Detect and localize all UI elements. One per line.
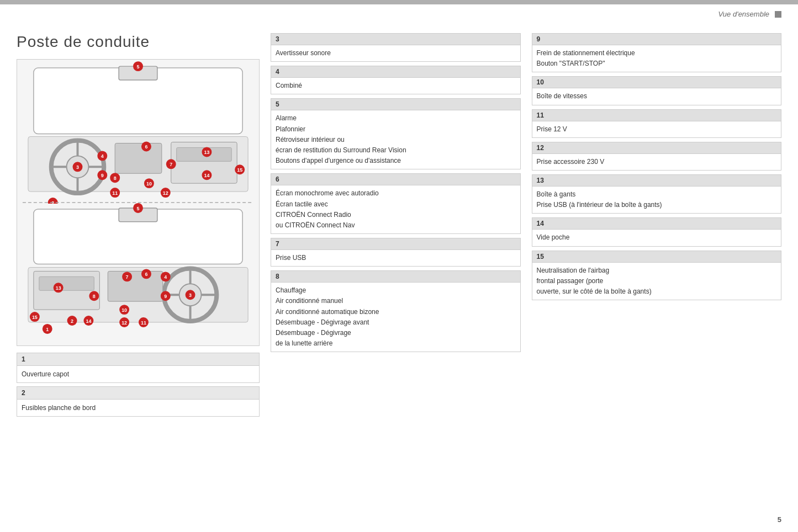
item-14-header: 14 — [532, 218, 781, 230]
svg-text:4: 4 — [164, 274, 167, 280]
svg-text:13: 13 — [204, 150, 209, 155]
item-12-content: Prise accessoire 230 V — [532, 154, 781, 170]
item-3-header: 3 — [271, 34, 520, 45]
item-11-box: 11 Prise 12 V — [532, 109, 782, 138]
svg-text:6: 6 — [145, 272, 147, 277]
page-title: Poste de conduite — [17, 33, 260, 51]
item-5-header: 5 — [271, 99, 520, 110]
svg-rect-9 — [115, 143, 162, 173]
item-2-header: 2 — [17, 387, 259, 400]
item-10-header: 10 — [532, 77, 781, 88]
item-5-box: 5 Alarme Plafonnier Rétroviseur intérieu… — [271, 98, 521, 169]
middle-column: 3 Avertisseur sonore 4 Combiné 5 Alarme … — [271, 33, 521, 521]
item-13-header: 13 — [532, 175, 781, 187]
item-13-box: 13 Boîte à gants Prise USB (à l'intérieu… — [532, 174, 782, 214]
item-2-box: 2 Fusibles planche de bord — [17, 386, 260, 417]
svg-text:3: 3 — [189, 292, 192, 298]
item-6-box: 6 Écran monochrome avec autoradio Écran … — [271, 173, 521, 234]
item-15-content: Neutralisation de l'airbag frontal passa… — [532, 263, 781, 300]
item-12-header: 12 — [532, 142, 781, 154]
svg-text:9: 9 — [101, 173, 104, 178]
item-3-content: Avertisseur sonore — [271, 45, 520, 61]
right-column: 9 Frein de stationnement électrique Bout… — [532, 33, 782, 521]
left-column: Poste de conduite — [17, 33, 260, 521]
header-square-icon — [775, 11, 781, 18]
item-5-content: Alarme Plafonnier Rétroviseur intérieur … — [271, 110, 520, 169]
page-number: 5 — [778, 515, 781, 524]
svg-text:4: 4 — [101, 153, 104, 159]
item-14-content: Vide poche — [532, 230, 781, 246]
svg-text:8: 8 — [114, 175, 117, 181]
item-9-box: 9 Frein de stationnement électrique Bout… — [532, 33, 782, 72]
top-bar — [0, 0, 798, 4]
svg-text:5: 5 — [137, 64, 140, 70]
item-4-box: 4 Combiné — [271, 66, 521, 94]
svg-text:8: 8 — [93, 294, 96, 299]
item-1-header: 1 — [17, 353, 259, 366]
svg-text:2: 2 — [71, 318, 73, 324]
item-15-header: 15 — [532, 251, 781, 263]
item-8-header: 8 — [271, 271, 520, 283]
svg-text:15: 15 — [32, 315, 38, 320]
item-13-content: Boîte à gants Prise USB (à l'intérieur d… — [532, 187, 781, 213]
svg-text:7: 7 — [170, 162, 172, 167]
svg-text:15: 15 — [237, 167, 242, 173]
item-11-content: Prise 12 V — [532, 121, 781, 137]
item-7-header: 7 — [271, 238, 520, 250]
item-7-content: Prise USB — [271, 250, 520, 266]
item-9-content: Frein de stationnement électrique Bouton… — [532, 45, 781, 72]
item-15-box: 15 Neutralisation de l'airbag frontal pa… — [532, 251, 782, 301]
item-2-content: Fusibles planche de bord — [17, 400, 259, 416]
svg-text:12: 12 — [163, 190, 168, 196]
item-11-header: 11 — [532, 110, 781, 121]
item-9-header: 9 — [532, 34, 781, 45]
svg-text:12: 12 — [121, 320, 127, 326]
svg-text:9: 9 — [164, 294, 167, 299]
item-8-content: Chauffage Air conditionné manuel Air con… — [271, 283, 520, 352]
item-6-content: Écran monochrome avec autoradio Écran ta… — [271, 185, 520, 233]
svg-rect-55 — [39, 276, 94, 290]
item-3-box: 3 Avertisseur sonore — [271, 33, 521, 62]
main-content: Poste de conduite — [0, 22, 798, 532]
dashboard-image-area: 5 4 6 7 3 9 — [17, 59, 260, 346]
item-10-content: Boîte de vitesses — [532, 88, 781, 104]
item-8-box: 8 Chauffage Air conditionné manuel Air c… — [271, 270, 521, 352]
svg-text:13: 13 — [56, 285, 61, 291]
item-12-box: 12 Prise accessoire 230 V — [532, 142, 782, 171]
svg-text:14: 14 — [204, 173, 209, 178]
item-10-box: 10 Boîte de vitesses — [532, 76, 782, 105]
svg-text:11: 11 — [141, 320, 146, 326]
item-4-header: 4 — [271, 66, 520, 78]
header-title: Vue d'ensemble — [718, 10, 769, 18]
bottom-info-tables: 1 Ouverture capot 2 Fusibles planche de … — [17, 353, 260, 417]
item-6-header: 6 — [271, 174, 520, 185]
item-1-box: 1 Ouverture capot — [17, 353, 260, 383]
svg-text:10: 10 — [146, 181, 152, 187]
svg-text:14: 14 — [86, 318, 91, 324]
item-7-box: 7 Prise USB — [271, 238, 521, 267]
svg-text:3: 3 — [76, 164, 79, 170]
svg-text:10: 10 — [121, 307, 127, 313]
svg-rect-53 — [108, 271, 163, 301]
svg-text:7: 7 — [126, 274, 129, 280]
svg-text:11: 11 — [112, 190, 118, 196]
header: Vue d'ensemble — [718, 10, 781, 18]
svg-text:6: 6 — [145, 144, 147, 150]
item-14-box: 14 Vide poche — [532, 217, 782, 246]
svg-text:5: 5 — [137, 206, 140, 211]
item-4-content: Combiné — [271, 78, 520, 94]
item-1-content: Ouverture capot — [17, 366, 259, 382]
svg-text:1: 1 — [46, 327, 49, 332]
